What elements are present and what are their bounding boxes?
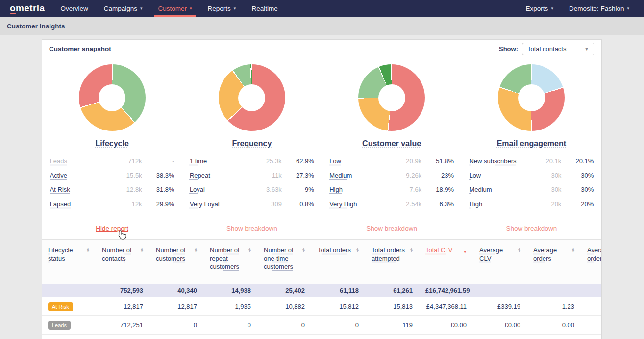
nav-item-label: Exports bbox=[526, 5, 548, 12]
show-breakdown-link[interactable]: Show breakdown bbox=[226, 225, 277, 232]
ometria-logo[interactable]: ometria bbox=[10, 0, 45, 17]
chevron-down-icon: ▾ bbox=[234, 6, 236, 11]
show-label: Show: bbox=[499, 45, 518, 52]
chart-title-text: Frequency bbox=[232, 139, 272, 148]
legend-label[interactable]: Leads bbox=[50, 157, 113, 165]
legend-label-text: Low bbox=[469, 172, 481, 179]
sort-icon: ▴▾ bbox=[248, 247, 250, 252]
legend-label[interactable]: High bbox=[329, 186, 392, 193]
nav-item-reports[interactable]: Reports▾ bbox=[200, 0, 244, 17]
legend-row: Low30k30% bbox=[469, 168, 594, 183]
column-header-label: Number of one-time customers bbox=[264, 246, 301, 271]
legend-value: 2.54k bbox=[392, 200, 421, 208]
column-header-total-orders-attempted[interactable]: Total orders attempted▴▾ bbox=[372, 240, 425, 284]
legend-label[interactable]: Very Loyal bbox=[190, 200, 252, 208]
table-header-row: Lifecycle status▴▾Number of contacts▴▾Nu… bbox=[42, 240, 601, 284]
nav-item-campaigns[interactable]: Campaigns▾ bbox=[96, 0, 150, 17]
legend-row: Leads712k- bbox=[50, 154, 174, 168]
legend-value: 20k bbox=[532, 200, 561, 208]
legend-row: High20k20% bbox=[469, 197, 594, 211]
chart-column-frequency: Frequency1 time25.3k62.9%Repeat11k27.3%L… bbox=[182, 64, 322, 211]
menu-exports[interactable]: Exports▾ bbox=[518, 0, 561, 17]
legend-label-text: At Risk bbox=[50, 186, 70, 193]
nav-item-overview[interactable]: Overview bbox=[52, 0, 96, 17]
legend-label[interactable]: Active bbox=[50, 172, 113, 179]
legend-value: 12.8k bbox=[113, 186, 142, 193]
column-header-number-of-contacts[interactable]: Number of contacts▴▾ bbox=[102, 240, 156, 284]
sort-desc-icon: ▾ bbox=[464, 248, 466, 256]
chart-title: Customer value bbox=[362, 139, 421, 148]
chevron-down-icon: ▾ bbox=[551, 6, 553, 11]
nav-item-label: Demosite: Fashion bbox=[569, 5, 624, 12]
show-breakdown-link[interactable]: Show breakdown bbox=[506, 225, 557, 232]
legend-row: Active15.5k38.3% bbox=[50, 168, 174, 183]
legend-label-text: Lapsed bbox=[50, 200, 71, 208]
sort-down-arrow: ▾ bbox=[410, 250, 412, 252]
legend-label-text: 1 time bbox=[190, 157, 207, 165]
column-header-number-of-one-time-customers[interactable]: Number of one-time customers▴▾ bbox=[264, 240, 318, 284]
legend-percentage: 6.3% bbox=[421, 200, 454, 208]
legend-label-text: Very Loyal bbox=[190, 200, 220, 208]
legend-label[interactable]: High bbox=[469, 200, 532, 208]
column-header-number-of-repeat-customers[interactable]: Number of repeat customers▴▾ bbox=[210, 240, 264, 284]
legend-label-text: Low bbox=[329, 157, 341, 165]
legend-label[interactable]: Medium bbox=[469, 186, 532, 193]
legend-percentage: 18.9% bbox=[421, 186, 454, 193]
table-body: 752,59340,34014,93825,40261,11861,261£16… bbox=[42, 284, 601, 339]
legend-label-text: Leads bbox=[50, 157, 67, 165]
menu-demosite-fashion[interactable]: Demosite: Fashion▾ bbox=[561, 0, 637, 17]
legend-label[interactable]: Medium bbox=[329, 172, 392, 179]
column-header-total-clv[interactable]: Total CLV▾ bbox=[425, 240, 479, 284]
table-cell: £0.00 bbox=[425, 321, 479, 329]
sort-down-arrow: ▾ bbox=[572, 250, 574, 252]
legend-label[interactable]: Repeat bbox=[190, 172, 252, 179]
legend-percentage: 20% bbox=[561, 200, 594, 208]
nav-item-realtime[interactable]: Realtime bbox=[244, 0, 285, 17]
chart-title-text: Lifecycle bbox=[95, 139, 128, 148]
show-control: Show: Total contacts ▼ bbox=[499, 43, 594, 55]
totals-row: 752,59340,34014,93825,40261,11861,261£16… bbox=[42, 284, 601, 297]
legend-label[interactable]: Low bbox=[329, 157, 392, 165]
column-header-number-of-customers[interactable]: Number of customers▴▾ bbox=[156, 240, 210, 284]
totals-cell: 40,340 bbox=[156, 287, 210, 294]
nav-item-label: Realtime bbox=[251, 5, 277, 12]
legend-percentage: 0.8% bbox=[282, 200, 314, 208]
legend-label[interactable]: Lapsed bbox=[50, 200, 113, 208]
sort-down-arrow: ▾ bbox=[195, 250, 197, 252]
logo-text: ometria bbox=[10, 3, 45, 14]
chart-link-cell: Show breakdown bbox=[322, 225, 462, 235]
legend-label[interactable]: 1 time bbox=[190, 157, 252, 165]
column-header-total-orders[interactable]: Total orders▴▾ bbox=[318, 240, 372, 284]
show-breakdown-link[interactable]: Show breakdown bbox=[366, 225, 417, 232]
legend-label[interactable]: Very High bbox=[329, 200, 392, 208]
table-cell: 12,817 bbox=[102, 303, 156, 310]
column-header-average-clv[interactable]: Average CLV▴▾ bbox=[479, 240, 533, 284]
legend-label[interactable]: Loyal bbox=[190, 186, 252, 193]
legend-label-text: Medium bbox=[329, 172, 352, 179]
nav-item-customer[interactable]: Customer▾ bbox=[150, 0, 200, 17]
legend-label[interactable]: Low bbox=[469, 172, 532, 179]
column-header-average-orders[interactable]: Average orders▴▾ bbox=[533, 240, 587, 284]
breadcrumb-bar: Customer insights bbox=[0, 17, 644, 35]
lifecycle-table: Lifecycle status▴▾Number of contacts▴▾Nu… bbox=[42, 239, 601, 339]
chart-links-row: Hide reportShow breakdownShow breakdownS… bbox=[42, 225, 601, 235]
legend-value: 7.6k bbox=[392, 186, 421, 193]
table-cell: 0 bbox=[264, 321, 318, 329]
legend-label[interactable]: At Risk bbox=[50, 186, 113, 193]
column-header-lifecycle-status[interactable]: Lifecycle status▴▾ bbox=[48, 240, 102, 284]
table-row-leads: Leads712,2510000119£0.00£0.000.00 bbox=[42, 316, 601, 335]
legend-row: Repeat11k27.3% bbox=[190, 168, 314, 183]
chart-title: Email engagement bbox=[497, 139, 566, 148]
legend-label[interactable]: New subscribers bbox=[469, 157, 532, 165]
hide-report-link[interactable]: Hide report bbox=[96, 225, 128, 232]
show-dropdown[interactable]: Total contacts ▼ bbox=[522, 43, 594, 55]
legend-percentage: - bbox=[142, 157, 174, 165]
legend-label-text: New subscribers bbox=[469, 157, 516, 165]
column-header-average-order-value[interactable]: Average order value▴▾ bbox=[587, 240, 602, 284]
legend-row: Medium9.26k23% bbox=[329, 168, 454, 183]
legend-value: 712k bbox=[113, 157, 142, 165]
chevron-down-icon: ▾ bbox=[627, 6, 629, 11]
donut-chart-email-engagement bbox=[498, 64, 565, 131]
legend-label-text: High bbox=[469, 200, 482, 208]
column-header-label: Lifecycle status bbox=[48, 246, 85, 262]
